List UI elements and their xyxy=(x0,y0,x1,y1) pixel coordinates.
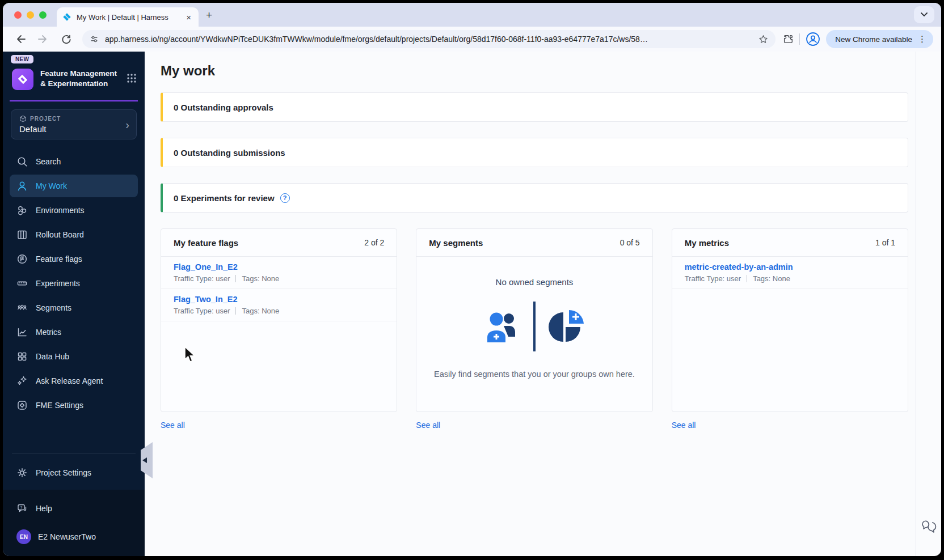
cube-icon xyxy=(19,115,27,122)
card-my-feature-flags: My feature flags 2 of 2 Flag_One_In_E2 T… xyxy=(161,228,397,412)
back-arrow-icon xyxy=(15,33,26,45)
project-selector[interactable]: PROJECT Default › xyxy=(11,109,137,139)
help-chat-icon: ? xyxy=(16,503,28,514)
new-badge: NEW xyxy=(11,55,33,63)
summary-cards: My feature flags 2 of 2 Flag_One_In_E2 T… xyxy=(161,228,908,412)
empty-state-caption: Easily find segments that you or your gr… xyxy=(432,368,637,381)
sidebar: NEW Feature Management & Experimentation xyxy=(3,52,145,556)
flag-link[interactable]: Flag_Two_In_E2 xyxy=(174,295,238,304)
fme-logo[interactable] xyxy=(12,69,33,90)
url-bar[interactable]: app.harness.io/ng/account/YWdkwNPiTceDUK… xyxy=(82,30,776,48)
sidebar-item-project-settings[interactable]: Project Settings xyxy=(10,461,138,484)
see-all-flags-link[interactable]: See all xyxy=(161,421,185,430)
minimize-window-button[interactable] xyxy=(27,11,34,19)
banner-experiments-for-review[interactable]: 0 Experiments for review ? xyxy=(161,183,908,213)
empty-state-title: No owned segments xyxy=(496,277,574,287)
back-button[interactable] xyxy=(11,29,30,49)
mouse-cursor xyxy=(183,346,198,363)
toolbar-right: New Chrome available ⋮ xyxy=(782,30,933,48)
sidebar-item-label: Experiments xyxy=(36,279,80,288)
profile-icon[interactable] xyxy=(806,32,820,46)
help-button[interactable]: ? Help xyxy=(10,497,138,520)
user-menu[interactable]: EN E2 NewuserTwo xyxy=(10,524,138,549)
see-all-metrics-link[interactable]: See all xyxy=(672,421,696,430)
forward-button[interactable] xyxy=(33,29,53,49)
sidebar-footer: ? Help EN E2 NewuserTwo xyxy=(3,490,145,556)
forward-arrow-icon xyxy=(37,33,49,45)
sidebar-item-label: Ask Release Agent xyxy=(36,376,103,385)
main-content: My work 0 Outstanding approvals 0 Outsta… xyxy=(145,52,941,556)
banner-text: 0 Experiments for review xyxy=(174,193,275,203)
tags: Tags: None xyxy=(242,307,279,315)
sidebar-item-feature-flags[interactable]: Feature flags xyxy=(10,248,138,270)
reload-button[interactable] xyxy=(56,29,75,49)
split-diamond-icon xyxy=(16,73,29,86)
svg-text:?: ? xyxy=(20,506,22,510)
harness-favicon xyxy=(62,12,71,22)
extensions-puzzle-icon[interactable] xyxy=(782,33,794,45)
sidebar-item-segments[interactable]: Segments xyxy=(10,296,138,319)
sidebar-item-ask-release-agent[interactable]: Ask Release Agent xyxy=(10,370,138,392)
new-tab-button[interactable]: + xyxy=(206,10,212,20)
illustration-divider xyxy=(533,302,536,351)
close-window-button[interactable] xyxy=(14,11,22,19)
sidebar-item-label: Search xyxy=(36,157,61,166)
tab-search-button[interactable] xyxy=(914,6,934,23)
help-icon[interactable]: ? xyxy=(280,193,290,203)
avatar: EN xyxy=(16,529,31,544)
collapse-arrow-icon xyxy=(142,457,147,463)
module-switcher-icon[interactable] xyxy=(127,73,137,83)
sidebar-item-data-hub[interactable]: Data Hub xyxy=(10,345,138,368)
site-info-icon[interactable] xyxy=(89,34,99,44)
banner-outstanding-submissions[interactable]: 0 Outstanding submissions xyxy=(161,138,908,167)
sidebar-item-environments[interactable]: Environments xyxy=(10,199,138,222)
sidebar-bottom: Project Settings ? Help EN E xyxy=(3,445,145,556)
sidebar-item-metrics[interactable]: Metrics xyxy=(10,321,138,343)
banner-outstanding-approvals[interactable]: 0 Outstanding approvals xyxy=(161,92,908,122)
chrome-menu-icon[interactable]: ⋮ xyxy=(918,34,926,44)
card-count: 2 of 2 xyxy=(364,238,384,247)
add-user-icon xyxy=(483,310,521,343)
flag-row: Flag_One_In_E2 Traffic Type: user Tags: … xyxy=(161,257,397,289)
zoom-window-button[interactable] xyxy=(39,11,47,19)
sidebar-divider xyxy=(12,453,136,453)
sidebar-nav: Search My Work Environments xyxy=(3,143,145,418)
bookmark-star-icon[interactable] xyxy=(758,34,769,45)
sidebar-item-rollout-board[interactable]: Rollout Board xyxy=(10,223,138,246)
card-count: 0 of 5 xyxy=(620,238,640,247)
traffic-type: Traffic Type: user xyxy=(174,274,230,283)
banner-text: 0 Outstanding submissions xyxy=(174,148,285,158)
chevron-right-icon: › xyxy=(125,118,129,131)
help-label: Help xyxy=(36,504,52,513)
browser-toolbar: app.harness.io/ng/account/YWdkwNPiTceDUK… xyxy=(3,27,941,52)
see-all-segments-link[interactable]: See all xyxy=(416,421,440,430)
chevron-down-icon xyxy=(921,12,928,17)
sidebar-item-my-work[interactable]: My Work xyxy=(10,175,138,197)
content-right-divider xyxy=(916,52,916,556)
sidebar-item-label: FME Settings xyxy=(36,401,83,410)
sidebar-item-fme-settings[interactable]: FME Settings xyxy=(10,394,138,417)
url-text[interactable]: app.harness.io/ng/account/YWdkwNPiTceDUK… xyxy=(105,35,752,44)
hexagons-icon xyxy=(16,205,28,216)
sidebar-item-label: Segments xyxy=(36,303,71,312)
line-chart-icon xyxy=(16,326,28,338)
toolbar-separator xyxy=(799,33,800,45)
browser-tab[interactable]: My Work | Default | Harness × xyxy=(57,7,199,27)
new-chrome-available-button[interactable]: New Chrome available ⋮ xyxy=(826,30,933,48)
fme-settings-icon xyxy=(16,400,28,411)
meta-separator xyxy=(747,275,747,282)
metric-link[interactable]: metric-created-by-an-admin xyxy=(685,262,793,271)
add-segment-pie-icon xyxy=(548,309,585,343)
meta-separator xyxy=(235,275,236,282)
tags: Tags: None xyxy=(242,274,279,283)
traffic-type: Traffic Type: user xyxy=(174,307,230,315)
ruler-icon xyxy=(16,278,28,289)
sidebar-item-search[interactable]: Search xyxy=(10,150,138,173)
window-controls xyxy=(14,11,47,19)
new-chrome-label: New Chrome available xyxy=(835,35,912,44)
sidebar-item-experiments[interactable]: Experiments xyxy=(10,272,138,295)
feedback-chat-icon[interactable] xyxy=(921,519,937,534)
sidebar-item-label: Data Hub xyxy=(36,352,69,361)
flag-link[interactable]: Flag_One_In_E2 xyxy=(174,262,238,271)
tab-close-icon[interactable]: × xyxy=(184,12,193,22)
